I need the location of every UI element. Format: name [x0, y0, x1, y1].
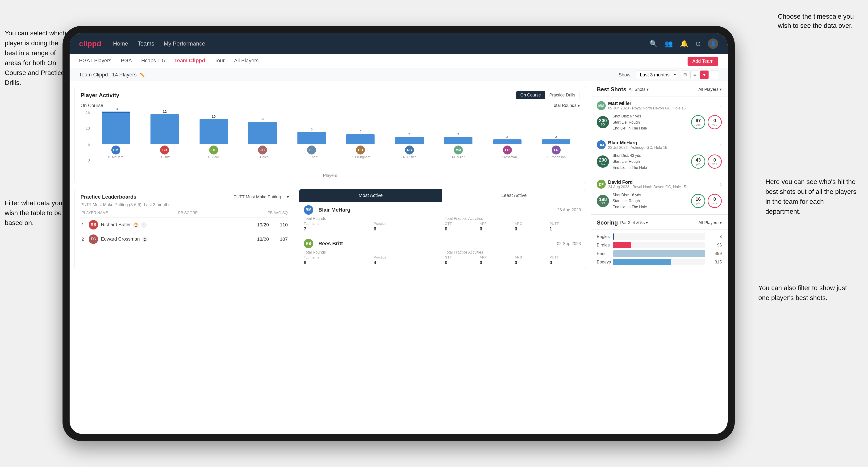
shots-filter-dropdown[interactable]: All Shots ▾: [628, 87, 649, 92]
lb-row-0[interactable]: 1 RB Richard Butler 🏆 1 19/20 110: [81, 217, 289, 232]
bar-wrapper-0[interactable]: 13 BM B. McHarg: [92, 107, 140, 159]
scoring-filter-dropdown[interactable]: Par 3, 4 & 5s ▾: [620, 220, 648, 225]
shot-chevron-2: ›: [720, 181, 722, 187]
subnav-team-clippd[interactable]: Team Clippd: [174, 58, 205, 65]
lb-col-avg: PB AVG SQ: [268, 211, 288, 215]
gtt-val-1: 0: [445, 260, 476, 266]
shot-location-2: 24 Aug 2023 · Royal North Devon GC, Hole…: [608, 185, 720, 189]
shot-card-0[interactable]: MM Matt Miller 09 Jun 2023 · Royal North…: [591, 96, 728, 136]
bar-wrapper-5[interactable]: 4 OB O. Billingham: [337, 129, 384, 159]
least-active-tab[interactable]: Least Active: [442, 189, 586, 201]
bar-wrapper-3[interactable]: 9 JC J. Coles: [239, 117, 286, 159]
tournament-val-0: 7: [304, 226, 370, 231]
lb-avg-1: 107: [269, 237, 288, 242]
metric-circle-remain-1: 0 yds: [708, 154, 722, 168]
lb-row-1[interactable]: 2 EC Edward Crossman 2 18/20 107: [81, 232, 289, 246]
bar-avatar-7: MM: [454, 146, 463, 154]
all-players-dropdown[interactable]: All Players ▾: [699, 87, 722, 92]
bar-value-9: 2: [555, 135, 557, 139]
users-icon[interactable]: 👥: [665, 40, 673, 48]
practice-drills-tab[interactable]: Practice Drills: [545, 91, 580, 99]
heart-view-btn[interactable]: ♥: [700, 70, 709, 79]
practice-leaderboard-card: Practice Leaderboards PUTT Must Make Put…: [74, 189, 295, 269]
annotation-filter: Filter what data you wish the table to b…: [5, 198, 71, 228]
shot-badge-1: 200 SG: [597, 155, 609, 168]
player-activity-header: Player Activity On Course Practice Drill…: [74, 86, 586, 103]
bar-value-8: 2: [506, 135, 508, 139]
practice-val-1: 4: [374, 260, 440, 266]
bar-xlabel-0: B. McHarg: [92, 155, 140, 159]
best-shots-header: Best Shots All Shots ▾ All Players ▾: [591, 81, 728, 96]
bar-value-0: 13: [114, 107, 118, 111]
rounds-vals-1: 8 4: [304, 260, 440, 266]
bar-4: [298, 132, 326, 144]
shot-card-1[interactable]: BM Blair McHarg 23 Jul 2023 · Ashridge G…: [591, 136, 728, 175]
show-dropdown[interactable]: Last 3 months Last month Last 6 months L…: [635, 70, 677, 79]
add-icon[interactable]: ⊕: [695, 40, 701, 48]
bar-6: [395, 137, 424, 144]
drill-dropdown[interactable]: PUTT Must Make Putting ... ▾: [234, 194, 289, 199]
nav-home[interactable]: Home: [113, 40, 128, 47]
active-player-card-0[interactable]: BM Blair McHarg 26 Aug 2023 Total Rounds…: [299, 201, 586, 236]
bar-value-5: 4: [360, 129, 361, 133]
shot-metrics-0: 67 yds 0 yds: [691, 115, 722, 129]
practice-val-0: 6: [374, 226, 440, 231]
shot-player-header-0: MM Matt Miller 09 Jun 2023 · Royal North…: [597, 101, 722, 111]
rounds-sub-0: Tournament Practice: [304, 221, 440, 225]
bogeys-label: Bogeys: [597, 260, 613, 264]
rounds-label-0: Total Rounds: [304, 217, 440, 221]
edit-icon[interactable]: ✏️: [140, 73, 145, 77]
rounds-vals-0: 7 6: [304, 226, 440, 231]
subnav-pgat[interactable]: PGAT Players: [79, 58, 111, 65]
bar-wrapper-9[interactable]: 2 LR L. Robertson: [533, 135, 580, 159]
lb-avatar-0: RB: [89, 220, 98, 229]
bell-icon[interactable]: 🔔: [680, 40, 688, 48]
best-shots-section: Best Shots All Shots ▾ All Players ▾: [591, 81, 728, 215]
lb-col-name: PLAYER NAME: [82, 211, 108, 215]
activity-toggle-group: On Course Practice Drills: [516, 91, 580, 99]
scoring-chart: Eagles 3 Birdies 96: [591, 230, 728, 271]
bar-value-4: 5: [311, 127, 312, 131]
list-view-btn[interactable]: ≡: [690, 70, 699, 79]
total-rounds-group-1: Total Rounds Tournament Practice 8 4: [304, 250, 440, 266]
nav-teams[interactable]: Teams: [137, 40, 154, 47]
search-icon[interactable]: 🔍: [649, 40, 658, 48]
tournament-val-1: 8: [304, 260, 370, 266]
tablet-screen: clippd Home Teams My Performance 🔍 👥 🔔 ⊕…: [69, 33, 728, 434]
bar-wrapper-4[interactable]: 5 EE E. Ebert: [288, 127, 335, 159]
scoring-players-dropdown[interactable]: All Players ▾: [699, 220, 722, 225]
most-active-tab[interactable]: Most Active: [299, 189, 442, 201]
nav-performance[interactable]: My Performance: [164, 40, 205, 47]
bar-wrapper-7[interactable]: 3 MM M. Miller: [435, 132, 482, 159]
chart-sub-header: On Course Total Rounds ▾: [81, 103, 580, 108]
sub-nav-items: PGAT Players PGA Hcaps 1-5 Team Clippd T…: [79, 58, 687, 65]
top-nav: clippd Home Teams My Performance 🔍 👥 🔔 ⊕…: [69, 33, 728, 54]
eagles-label: Eagles: [597, 234, 613, 239]
shot-card-2[interactable]: DF David Ford 24 Aug 2023 · Royal North …: [591, 175, 728, 215]
on-course-tab[interactable]: On Course: [516, 91, 545, 99]
bar-xlabel-5: O. Billingham: [337, 155, 384, 159]
sub-nav: PGAT Players PGA Hcaps 1-5 Team Clippd T…: [69, 54, 728, 68]
scoring-title: Scoring: [597, 219, 618, 226]
active-player-info-1: RB Rees Britt: [304, 239, 343, 248]
shot-details-0: 200 SG Shot Dist: 67 yds Start Lie: Roug…: [597, 113, 722, 131]
app-val-0: 0: [480, 226, 511, 231]
active-player-card-1[interactable]: RB Rees Britt 02 Sep 2023 Total Rounds T…: [299, 236, 586, 269]
shot-info-1: Shot Dist: 43 yds Start Lie: Rough End L…: [613, 153, 687, 171]
bar-wrapper-2[interactable]: 10 DF D. Ford: [190, 115, 237, 159]
avatar[interactable]: 👤: [708, 38, 718, 49]
add-team-button[interactable]: Add Team: [687, 57, 718, 66]
chart-dropdown[interactable]: Total Rounds ▾: [552, 103, 580, 108]
bar-wrapper-8[interactable]: 2 EC E. Crossman: [484, 135, 531, 159]
subnav-pga[interactable]: PGA: [121, 58, 132, 65]
subnav-hcaps[interactable]: Hcaps 1-5: [141, 58, 165, 65]
lb-name-area-0: Richard Butler 🏆 1: [101, 222, 250, 228]
bar-xlabel-8: E. Crossman: [484, 155, 531, 159]
practice-subtitle: PUTT Must Make Putting (3-6 ft), Last 3 …: [81, 203, 289, 207]
subnav-tour[interactable]: Tour: [214, 58, 224, 65]
settings-view-btn[interactable]: ⋮: [710, 70, 718, 79]
bar-wrapper-1[interactable]: 12 BB B. Britt: [141, 110, 188, 159]
subnav-all-players[interactable]: All Players: [234, 58, 258, 65]
grid-view-btn[interactable]: ⊞: [681, 70, 689, 79]
bar-wrapper-6[interactable]: 3 RB R. Butler: [386, 132, 433, 159]
